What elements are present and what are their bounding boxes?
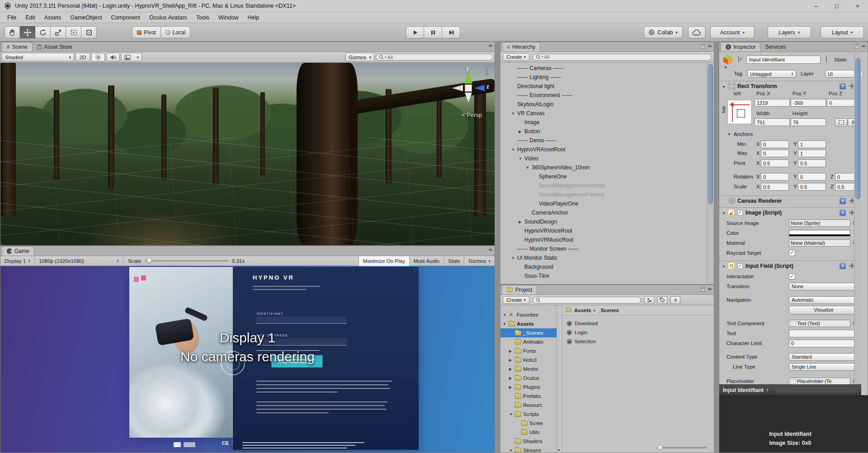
move-tool-button[interactable]: [20, 26, 35, 38]
expand-arrow-icon[interactable]: ▶: [509, 349, 513, 353]
project-tree-item[interactable]: Prefabs: [500, 392, 557, 401]
preview-drag-handle[interactable]: [775, 388, 858, 392]
line-type-dropdown[interactable]: Single Line: [789, 363, 859, 371]
height-field[interactable]: 76: [791, 118, 826, 126]
project-tree-item[interactable]: ▶ Oculus: [500, 374, 557, 383]
hierarchy-item[interactable]: ------ Lighting ------: [500, 73, 707, 82]
tag-dropdown[interactable]: Untagged: [747, 70, 796, 78]
pivot-y-field[interactable]: 0.5: [798, 159, 826, 167]
menu-item[interactable]: Component: [106, 13, 145, 22]
game-gizmos-dropdown[interactable]: Gizmos: [464, 256, 495, 266]
favorites-star-button[interactable]: ★: [670, 296, 680, 304]
anchor-max-y-field[interactable]: 1: [798, 149, 826, 157]
hierarchy-item[interactable]: Image: [500, 118, 707, 127]
preview-header-bar[interactable]: Input Identifiant: [719, 384, 861, 395]
foldout-icon[interactable]: [722, 83, 726, 89]
anchor-min-y-field[interactable]: 1: [798, 140, 826, 148]
lock-icon[interactable]: [486, 68, 487, 76]
expand-arrow-icon[interactable]: ▼: [511, 148, 517, 152]
tab-hierarchy[interactable]: ≡Hierarchy: [502, 42, 540, 51]
asset-file-row[interactable]: Selection: [562, 337, 714, 346]
color-swatch[interactable]: [789, 230, 850, 236]
tab-game[interactable]: Game: [2, 246, 34, 256]
hierarchy-item[interactable]: HypnoVRVoiceRoot: [500, 226, 707, 235]
scale-slider-knob[interactable]: [146, 258, 152, 263]
inspector-scrollbar[interactable]: [854, 52, 861, 384]
rotation-x-field[interactable]: 0: [761, 173, 789, 181]
collab-dropdown[interactable]: Collab: [644, 26, 683, 38]
close-button[interactable]: ×: [847, 0, 868, 12]
tab-project[interactable]: Project: [502, 285, 537, 294]
hierarchy-item[interactable]: ▶ SoundDesign: [500, 217, 707, 226]
tab-inspector[interactable]: i Inspector: [721, 42, 760, 51]
hierarchy-item[interactable]: HypnoVRMusicRoot: [500, 235, 707, 244]
scene-viewport[interactable]: y z < Persp: [0, 63, 495, 245]
scene-orientation-gizmo[interactable]: y z: [452, 71, 485, 106]
project-tree-item[interactable]: ▼ Streami: [500, 446, 557, 453]
project-tree-item[interactable]: ▶ Holo3: [500, 355, 557, 364]
project-tree-item[interactable]: Resourc: [500, 401, 557, 410]
anchor-min-x-field[interactable]: 0: [761, 140, 789, 148]
hierarchy-item[interactable]: ------ Cameras ------: [500, 64, 707, 73]
scale-tool-button[interactable]: [51, 26, 66, 38]
game-viewport[interactable]: HYPNO VR IDENTIFIANT MOT DE PASSE: [0, 266, 495, 453]
canvas-renderer-header[interactable]: Canvas Renderer ?: [719, 196, 861, 205]
hierarchy-item[interactable]: Background: [500, 262, 707, 271]
pos-x-field[interactable]: 1219: [755, 99, 790, 107]
step-button[interactable]: [442, 26, 460, 38]
lock-icon[interactable]: [701, 45, 705, 49]
expand-arrow-icon[interactable]: ▼: [509, 448, 513, 453]
search-by-type-button[interactable]: [644, 296, 654, 304]
scene-gizmos-dropdown[interactable]: Gizmos: [345, 53, 374, 61]
hierarchy-item[interactable]: ------ Environment ------: [500, 91, 707, 100]
gameobject-name-field[interactable]: Input Identifiant: [746, 56, 821, 64]
project-tree-scrollbar[interactable]: ▾: [557, 305, 562, 453]
gameobject-expand-arrow-icon[interactable]: ▼: [724, 65, 727, 70]
help-icon[interactable]: ?: [840, 210, 846, 216]
text-value-field[interactable]: [789, 330, 859, 337]
stats-toggle[interactable]: Stats: [443, 256, 464, 266]
asset-zoom-slider[interactable]: [657, 447, 707, 448]
hierarchy-item[interactable]: ▼ VR Canvas: [500, 109, 707, 118]
layers-dropdown[interactable]: Layers: [768, 26, 811, 38]
hierarchy-item[interactable]: ▼ HypnoVRAssetRoot: [500, 145, 707, 154]
expand-arrow-icon[interactable]: ▼: [503, 313, 507, 317]
anchor-preset-button[interactable]: [727, 100, 752, 124]
image-component-header[interactable]: Image (Script) ?: [719, 207, 861, 217]
interactable-checkbox[interactable]: [789, 273, 795, 280]
breadcrumb-root[interactable]: Assets: [574, 308, 591, 313]
menu-item[interactable]: Assets: [40, 13, 66, 22]
project-tree-item[interactable]: ▶ Meshs: [500, 364, 557, 374]
tab-services[interactable]: Services: [760, 42, 790, 51]
menu-item[interactable]: Window: [214, 13, 243, 22]
display-dropdown[interactable]: Display 1: [0, 256, 35, 266]
character-limit-field[interactable]: 0: [789, 340, 859, 347]
rotate-tool-button[interactable]: [35, 26, 51, 38]
panel-menu-icon[interactable]: ▾≡: [862, 44, 865, 48]
gizmo-down-cone[interactable]: [465, 93, 472, 103]
anchors-foldout-icon[interactable]: ▼: [727, 132, 731, 136]
help-icon[interactable]: ?: [840, 263, 846, 269]
scale-y-field[interactable]: 0.5: [798, 183, 826, 191]
search-filter-dropdown-icon[interactable]: ▾: [385, 56, 387, 59]
hierarchy-item[interactable]: VideoPlayerOne: [500, 199, 707, 208]
layout-dropdown[interactable]: Layout: [821, 26, 864, 38]
maximize-on-play-toggle[interactable]: Maximize On Play: [359, 256, 409, 266]
transform-tool-button[interactable]: [81, 26, 97, 38]
menu-item[interactable]: Help: [243, 13, 264, 22]
project-tree-item[interactable]: Scree: [500, 419, 557, 428]
expand-arrow-icon[interactable]: ▼: [511, 256, 517, 260]
project-tree-item[interactable]: Animatio: [500, 337, 557, 346]
static-checkbox[interactable]: [826, 56, 827, 62]
draw-mode-dropdown[interactable]: Shaded: [2, 53, 74, 61]
menu-item[interactable]: Edit: [21, 13, 40, 22]
gizmo-x-axis-cone[interactable]: [452, 85, 463, 91]
scene-effects-toggle[interactable]: [121, 53, 142, 61]
hierarchy-search-input[interactable]: ▾ All: [533, 54, 712, 61]
content-type-dropdown[interactable]: Standard: [789, 353, 859, 361]
foldout-icon[interactable]: [722, 263, 726, 269]
anchor-max-x-field[interactable]: 0: [761, 149, 789, 157]
gizmo-y-axis-arrow[interactable]: [464, 73, 472, 84]
pause-button[interactable]: [424, 26, 442, 38]
mute-audio-toggle[interactable]: Mute Audio: [409, 256, 444, 266]
